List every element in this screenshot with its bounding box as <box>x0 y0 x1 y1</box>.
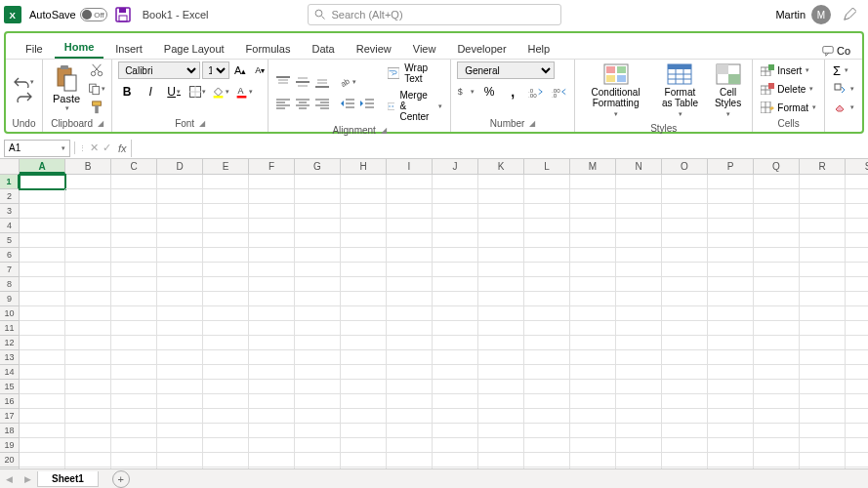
cell-E8[interactable] <box>203 277 249 292</box>
cell-P1[interactable] <box>708 175 754 189</box>
cell-L10[interactable] <box>524 306 570 321</box>
cell-J13[interactable] <box>433 350 478 365</box>
cell-S12[interactable] <box>846 336 868 350</box>
cell-S3[interactable] <box>846 204 868 219</box>
cell-C3[interactable] <box>111 204 157 219</box>
cell-G20[interactable] <box>295 453 341 468</box>
cell-C14[interactable] <box>111 365 157 380</box>
column-header-M[interactable]: M <box>570 159 616 174</box>
cell-K6[interactable] <box>478 248 524 263</box>
column-header-O[interactable]: O <box>662 159 708 174</box>
cell-I9[interactable] <box>387 292 433 306</box>
cell-J11[interactable] <box>433 321 478 336</box>
cell-H17[interactable] <box>341 409 387 424</box>
cell-P9[interactable] <box>708 292 754 306</box>
pen-icon[interactable] <box>843 8 856 21</box>
cell-R12[interactable] <box>800 336 846 350</box>
cell-G18[interactable] <box>295 424 341 438</box>
cell-L20[interactable] <box>524 453 570 468</box>
cell-O20[interactable] <box>662 453 708 468</box>
cell-E9[interactable] <box>203 292 249 306</box>
cell-O14[interactable] <box>662 365 708 380</box>
cell-K3[interactable] <box>478 204 524 219</box>
cell-M11[interactable] <box>570 321 616 336</box>
column-header-R[interactable]: R <box>800 159 846 174</box>
cell-O7[interactable] <box>662 263 708 277</box>
cell-D20[interactable] <box>157 453 203 468</box>
cell-E2[interactable] <box>203 189 249 204</box>
cell-Q15[interactable] <box>754 380 800 394</box>
cell-E17[interactable] <box>203 409 249 424</box>
cell-M7[interactable] <box>570 263 616 277</box>
cell-L18[interactable] <box>524 424 570 438</box>
column-header-K[interactable]: K <box>478 159 524 174</box>
bold-button[interactable]: B <box>118 83 136 101</box>
cell-A18[interactable] <box>20 424 65 438</box>
cell-B7[interactable] <box>65 263 111 277</box>
cell-L17[interactable] <box>524 409 570 424</box>
cell-A12[interactable] <box>20 336 65 350</box>
cell-B4[interactable] <box>65 219 111 233</box>
cell-A20[interactable] <box>20 453 65 468</box>
cell-Q9[interactable] <box>754 292 800 306</box>
cell-L13[interactable] <box>524 350 570 365</box>
redo-button[interactable] <box>15 90 34 103</box>
cell-L15[interactable] <box>524 380 570 394</box>
cell-C2[interactable] <box>111 189 157 204</box>
cell-H5[interactable] <box>341 233 387 248</box>
cell-N12[interactable] <box>616 336 662 350</box>
cell-C7[interactable] <box>111 263 157 277</box>
cell-L11[interactable] <box>524 321 570 336</box>
cell-B3[interactable] <box>65 204 111 219</box>
cell-I11[interactable] <box>387 321 433 336</box>
cell-O6[interactable] <box>662 248 708 263</box>
cell-S17[interactable] <box>846 409 868 424</box>
row-header-1[interactable]: 1 <box>0 175 20 189</box>
cells-area[interactable] <box>20 175 868 486</box>
cell-S9[interactable] <box>846 292 868 306</box>
cell-P3[interactable] <box>708 204 754 219</box>
cell-A17[interactable] <box>20 409 65 424</box>
column-header-P[interactable]: P <box>708 159 754 174</box>
cell-I19[interactable] <box>387 438 433 453</box>
cell-M18[interactable] <box>570 424 616 438</box>
cell-A15[interactable] <box>20 380 65 394</box>
cell-G9[interactable] <box>295 292 341 306</box>
next-sheet-button[interactable]: ▶ <box>19 474 37 484</box>
tab-review[interactable]: Review <box>347 39 401 59</box>
cell-D3[interactable] <box>157 204 203 219</box>
cell-N9[interactable] <box>616 292 662 306</box>
cell-I14[interactable] <box>387 365 433 380</box>
cell-R7[interactable] <box>800 263 846 277</box>
cell-P12[interactable] <box>708 336 754 350</box>
italic-button[interactable]: I <box>142 83 159 101</box>
row-header-13[interactable]: 13 <box>0 350 20 365</box>
cell-Q3[interactable] <box>754 204 800 219</box>
cell-I13[interactable] <box>387 350 433 365</box>
cell-Q11[interactable] <box>754 321 800 336</box>
cell-A8[interactable] <box>20 277 65 292</box>
cell-M14[interactable] <box>570 365 616 380</box>
cell-S1[interactable] <box>846 175 868 189</box>
cell-D7[interactable] <box>157 263 203 277</box>
cell-E10[interactable] <box>203 306 249 321</box>
cell-L1[interactable] <box>524 175 570 189</box>
column-header-L[interactable]: L <box>524 159 570 174</box>
user-area[interactable]: Martin M <box>775 5 856 24</box>
orientation-button[interactable]: ab▾ <box>339 73 356 91</box>
cell-P6[interactable] <box>708 248 754 263</box>
font-name-select[interactable]: Calibri <box>118 61 200 79</box>
cell-I10[interactable] <box>387 306 433 321</box>
row-header-18[interactable]: 18 <box>0 424 20 438</box>
cell-K1[interactable] <box>478 175 524 189</box>
new-sheet-button[interactable]: + <box>112 470 130 488</box>
cell-S11[interactable] <box>846 321 868 336</box>
fill-color-button[interactable]: ▾ <box>212 83 229 101</box>
cell-H3[interactable] <box>341 204 387 219</box>
decrease-indent-button[interactable] <box>339 95 356 112</box>
cell-C19[interactable] <box>111 438 157 453</box>
cell-H12[interactable] <box>341 336 387 350</box>
comma-button[interactable]: , <box>504 83 521 101</box>
column-header-C[interactable]: C <box>111 159 157 174</box>
cell-O12[interactable] <box>662 336 708 350</box>
